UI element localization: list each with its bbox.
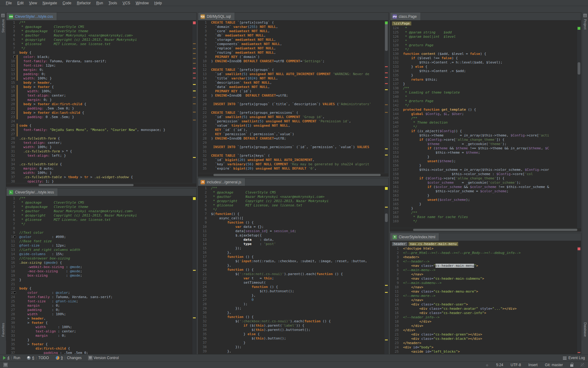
toolwindow-project[interactable]: Project — [583, 19, 587, 29]
horizontal-scrollbar[interactable] — [198, 173, 388, 176]
horizontal-scrollbar-thumb[interactable] — [39, 184, 134, 186]
code-line: 5 * @license MIT License, see license.tx… — [198, 203, 384, 208]
code-line: 24 function () { — [198, 285, 384, 289]
code-line: 8 `routing` mediumtext NOT NULL, — [198, 51, 384, 55]
toolwindow-switcher-icon[interactable] — [4, 363, 7, 367]
vertical-scrollbar-thumb[interactable] — [385, 24, 388, 51]
code-line: 32 text-align : center; — [6, 329, 192, 334]
code-line: 11 <nav class="cs-header-menu-more"> — [390, 289, 577, 294]
horizontal-scrollbar-thumb[interactable] — [213, 174, 381, 176]
editor-pane-mysql-sql: SQL DB/MySQL.sql 1CREATE TABLE `[prefix]… — [198, 12, 389, 177]
code-line: 27 0 — [198, 298, 384, 302]
tab-general-js[interactable]: JS includes/.../general.js — [198, 178, 245, 186]
code-line: 11//Base font size — [6, 239, 192, 243]
scrollbar-stripe[interactable] — [577, 247, 581, 360]
project-tool-icon — [583, 14, 587, 17]
code-line: 13 `id` smallint(5) unsigned NOT NULL AU… — [198, 72, 384, 76]
code-area[interactable]: 1/**2 * @package CleverStyle CMS3 * @sub… — [6, 21, 192, 183]
toolwindow-button-changes[interactable]: 9: Changes — [56, 356, 82, 360]
code-line: 16 }, — [198, 251, 384, 255]
code-line: 36 $(this).button(); — [198, 336, 384, 341]
tab-class-page[interactable]: php class.Page — [390, 13, 421, 20]
toolwindow-button-version-control[interactable]: Version Control — [89, 356, 119, 360]
menu-view[interactable]: View — [26, 1, 40, 6]
toolwindow-structure[interactable]: Structure — [1, 19, 5, 33]
code-line: 26 KEY `id` (`id`), — [198, 128, 384, 132]
editor-pane-style-css: css CleverStyle/.../style.css 1/**2 * @p… — [6, 12, 197, 187]
analysis-indicator — [578, 27, 580, 30]
toolwindow-button-run[interactable]: 4: Run — [3, 356, 20, 360]
code-line: 2 * @package CleverStyle CMS — [6, 201, 192, 205]
less-file-icon: L — [9, 190, 13, 194]
code-line: 22CREATE TABLE `[prefix]groups_permissio… — [198, 111, 384, 115]
horizontal-scrollbar-thumb[interactable] — [413, 229, 577, 231]
readonly-lock-icon[interactable] — [570, 364, 573, 367]
code-area[interactable]: 1<!doctype html>2<!--pre_Html--><!--head… — [390, 247, 577, 360]
code-line: 156 } — [390, 163, 577, 168]
code-line: 19 }, — [198, 263, 384, 268]
menu-vcs[interactable]: VCS — [120, 1, 133, 6]
code-line: 18 -moz-box-sizing : @mode; — [6, 269, 192, 274]
code-line: 24 `permission` smallint(5) unsigned NOT… — [198, 119, 384, 124]
code-area[interactable]: 1CREATE TABLE `[prefix]config` (2 `domai… — [198, 21, 384, 173]
code-line: 126 * @param bool|int $level — [390, 35, 577, 39]
code-line: 132 $this->Content .= h::level($add, $le… — [390, 60, 577, 65]
code-line: 34 `key` varbinary(56) NOT NULL COMMENT … — [198, 162, 384, 167]
code-line: 12@font-size : 12px; — [6, 243, 192, 248]
code-line: 7 </nav> — [390, 272, 577, 277]
code-line: 37 .cs-fullwidth-table > tbody > tr > .u… — [6, 175, 192, 179]
tab-style-less[interactable]: L CleverStyle/.../style.less — [6, 188, 58, 196]
menu-run[interactable]: Run — [93, 1, 106, 6]
git-branch[interactable]: Git: master — [545, 363, 563, 367]
horizontal-scrollbar[interactable] — [390, 228, 581, 231]
code-line: 26 font-family: "DejaVu Sans Mono", "Mon… — [6, 128, 192, 132]
breadcrumb-item[interactable]: header — [392, 242, 407, 246]
code-line: 11 data[session_id] = session_id; — [198, 229, 384, 233]
background-tasks-icon[interactable]: ☼ — [485, 363, 489, 367]
html-file-icon: 5 — [393, 235, 397, 239]
scrollbar-stripe[interactable] — [384, 186, 388, 357]
menu-file[interactable]: File — [3, 1, 14, 6]
code-line: 20} — [6, 278, 192, 282]
tool-stripe-left: Structure Favorites — [0, 12, 6, 340]
file-encoding[interactable]: UTF-8 — [511, 363, 521, 367]
toolwindow-button-todo[interactable]: 6: TODO — [27, 356, 49, 360]
scrollbar-stripe[interactable] — [192, 21, 196, 183]
toolwindow-database[interactable]: Database — [583, 322, 587, 337]
code-line: 27 padding : 0; — [6, 308, 192, 312]
caret-position[interactable]: 5:24 — [496, 363, 503, 367]
resize-grip[interactable] — [581, 363, 584, 367]
scrollbar-stripe[interactable] — [577, 26, 581, 228]
event-log-button[interactable]: Event Log — [563, 356, 585, 360]
menu-tools[interactable]: Tools — [106, 1, 120, 6]
breadcrumb-item[interactable]: \cs\Page — [392, 21, 411, 25]
tab-style-css[interactable]: css CleverStyle/.../style.css — [6, 13, 57, 20]
code-line: 22 var t = this; — [198, 276, 384, 281]
scrollbar-stripe[interactable] — [384, 21, 388, 173]
code-area[interactable]: 1/**2 * @package CleverStyle CMS3 * @aut… — [198, 186, 384, 357]
code-line: 23 setTimeout( — [198, 281, 384, 285]
code-line: 9 PRIMARY KEY (`domain`) — [198, 55, 384, 59]
scrollbar-stripe[interactable] — [192, 196, 196, 360]
menu-code[interactable]: Code — [60, 1, 74, 6]
toolwindow-favorites[interactable]: Favorites — [1, 323, 5, 337]
breadcrumb-item[interactable]: nav.cs-header-main-menu — [409, 242, 458, 246]
tab-index-html[interactable]: 5 CleverStyle/index.html — [390, 233, 439, 241]
menu-navigate[interactable]: Navigate — [40, 1, 60, 6]
code-area[interactable]: 124 *125 * @param string $add126 * @para… — [390, 26, 577, 228]
structure-tool-icon — [1, 14, 5, 17]
menu-window[interactable]: Window — [133, 1, 152, 6]
code-line: 39 }, — [198, 349, 384, 354]
menu-help[interactable]: Help — [152, 1, 165, 6]
horizontal-scrollbar[interactable] — [6, 183, 196, 186]
tab-mysql-sql[interactable]: SQL DB/MySQL.sql — [198, 13, 235, 20]
vertical-scrollbar-thumb[interactable] — [578, 62, 580, 74]
code-line: 5 <nav class="cs-header-main-menu"> — [390, 264, 577, 268]
menu-edit[interactable]: Edit — [14, 1, 26, 6]
code-area[interactable]: 1/**2 * @package CleverStyle CMS3 * @sub… — [6, 196, 192, 360]
code-line: 18 </div> — [390, 320, 577, 324]
insert-mode[interactable]: Insert — [528, 363, 537, 367]
vertical-scrollbar-thumb[interactable] — [385, 213, 388, 222]
menu-refactor[interactable]: Refactor — [74, 1, 93, 6]
breadcrumb: \cs\Page — [390, 21, 581, 26]
